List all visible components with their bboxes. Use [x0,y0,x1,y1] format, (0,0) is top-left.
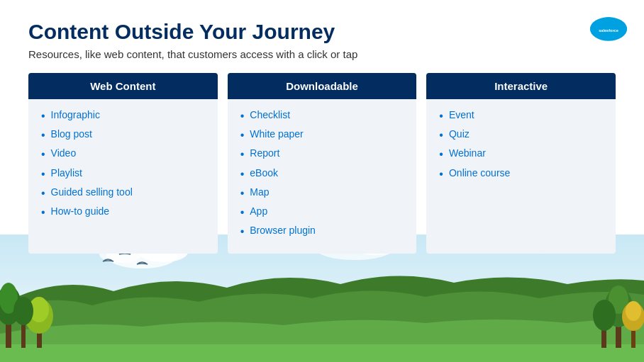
list-item: Checklist [240,109,404,123]
list-item: White paper [240,128,404,142]
content-grid: Web Content Infographic Blog post Video … [0,73,644,254]
interactive-body: Event Quiz Webinar Online course [426,99,616,196]
list-item: Map [240,186,404,200]
interactive-list: Event Quiz Webinar Online course [439,109,603,181]
web-content-column: Web Content Infographic Blog post Video … [28,73,218,254]
list-item: Playlist [41,167,205,181]
svg-rect-11 [0,344,644,362]
list-item: Browser plugin [240,225,404,238]
web-content-list: Infographic Blog post Video Playlist Gui… [41,109,205,219]
page-title: Content Outside Your Journey [28,20,616,44]
web-content-header: Web Content [28,73,218,99]
slide: salesforce Content Outside Your Journey … [0,0,644,362]
list-item: Infographic [41,109,205,123]
list-item: App [240,205,404,219]
list-item: Blog post [41,128,205,142]
svg-point-27 [626,301,641,321]
list-item: How-to guide [41,205,205,219]
interactive-header: Interactive [426,73,616,99]
svg-point-19 [13,297,33,325]
list-item: Online course [439,167,603,181]
header: Content Outside Your Journey Resources, … [0,0,644,66]
interactive-column: Interactive Event Quiz Webinar Online co… [426,73,616,254]
list-item: Guided selling tool [41,186,205,200]
list-item: Event [439,109,603,123]
page-subtitle: Resources, like web content, that custom… [28,48,616,60]
downloadable-column: Downloadable Checklist White paper Repor… [228,73,417,254]
svg-point-24 [593,300,616,331]
web-content-body: Infographic Blog post Video Playlist Gui… [28,99,218,234]
list-item: Quiz [439,128,603,142]
list-item: Video [41,147,205,161]
downloadable-list: Checklist White paper Report eBook Map A… [240,109,404,238]
downloadable-body: Checklist White paper Report eBook Map A… [228,99,417,254]
list-item: Webinar [439,147,603,161]
downloadable-header: Downloadable [228,73,417,99]
list-item: eBook [240,167,404,181]
list-item: Report [240,147,404,161]
